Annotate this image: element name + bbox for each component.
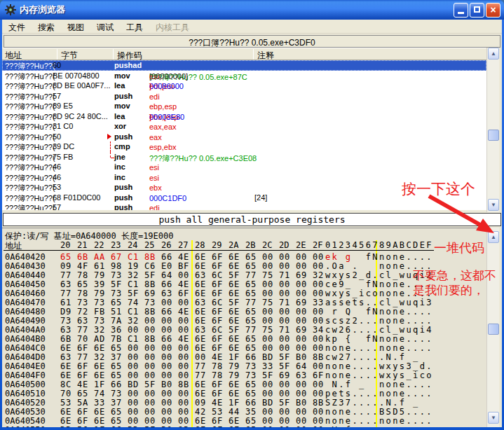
hex-col-label: 29 bbox=[212, 240, 222, 250]
hex-row[interactable]: 0A6405406E 6F 6E 65 00 00 00 006E 6F 6E … bbox=[2, 416, 486, 425]
row-opcode: xor bbox=[114, 122, 126, 130]
menu-item-4[interactable]: 调试 bbox=[90, 20, 120, 34]
menu-item-1[interactable]: 文件 bbox=[2, 20, 32, 34]
scroll-down-icon[interactable]: ▼ bbox=[488, 412, 499, 424]
minimize-button[interactable] bbox=[454, 3, 468, 18]
row-opcode: lea bbox=[114, 81, 125, 90]
hex-scrollbar[interactable]: ▲ ▼ bbox=[486, 228, 499, 427]
disasm-row[interactable]: ???簿??Hu??(57pushedi bbox=[2, 202, 486, 210]
hex-row[interactable]: 0A6404A063 77 32 36 00 00 00 0063 6C 5F … bbox=[2, 325, 486, 334]
disasm-row[interactable]: ???簿??Hu??(8D BE 00A0F7...leaedi,[esi-00… bbox=[2, 81, 486, 91]
hex-dump-pane[interactable]: 保护:读/写 基址=0A640000 长度=19E000 地址202122232… bbox=[2, 228, 486, 427]
hex-row[interactable]: 0A6405306E 6F 6E 65 00 00 00 0042 53 44 … bbox=[2, 407, 486, 416]
hex-row[interactable]: 0A6404B06B 70 AD 7B C1 8B 66 4E6E 6F 6E … bbox=[2, 334, 486, 343]
hex-bytes-high: 63 6C 5F 77 75 71 69 32 bbox=[195, 270, 324, 280]
hex-row-address: 0A640530 bbox=[5, 407, 46, 417]
hex-ascii: none....BSD5.... bbox=[325, 407, 433, 417]
hex-bytes-high: 6E 6F 6E 65 00 00 00 00 bbox=[195, 261, 324, 271]
column-separator[interactable] bbox=[57, 49, 57, 60]
disasm-row[interactable]: ???簿??Hu??(46incesi bbox=[2, 162, 486, 172]
hex-ascii: none....wxys_ico bbox=[325, 370, 433, 380]
scroll-down-icon[interactable]: ▼ bbox=[488, 199, 499, 211]
hex-row-address: 0A640500 bbox=[5, 380, 46, 389]
hex-row[interactable]: 0A640480D9 72 FB 51 C1 8B 66 4E6E 6F 6E … bbox=[2, 307, 486, 316]
hex-ascii: cw26....cl_wuqi4 bbox=[325, 325, 433, 335]
menu-item-5[interactable]: 工具 bbox=[120, 20, 149, 34]
hex-row[interactable]: 0A64051070 65 74 73 00 00 00 006E 6F 6E … bbox=[2, 389, 486, 398]
row-opcode: cmp bbox=[114, 142, 130, 151]
hex-ascii: V.f _ none.... bbox=[325, 425, 433, 427]
hex-bytes-low: 77 78 79 73 32 5F 64 00 bbox=[60, 270, 189, 280]
annotation-dont-rush-1: 不要急，这都不 bbox=[413, 268, 496, 284]
disasm-scroll-thumb[interactable] bbox=[488, 130, 499, 141]
hex-row[interactable]: 0A6404E06E 6F 6E 65 00 00 00 0077 78 79 … bbox=[2, 361, 486, 370]
title-bar[interactable]: 内存浏览器 × bbox=[0, 0, 504, 20]
jump-target-arrow-icon bbox=[107, 134, 111, 139]
hex-bytes-high: 09 4E 1F 66 BD 5F B0 8B bbox=[195, 398, 324, 408]
hex-col-label: 2D bbox=[279, 240, 289, 250]
hex-bytes-high: 77 78 79 73 33 5F 64 00 bbox=[195, 361, 324, 371]
row-comment: [24] bbox=[254, 193, 267, 202]
hex-row[interactable]: 0A6404F06E 6F 6E 65 00 00 00 0077 78 79 … bbox=[2, 370, 486, 380]
maximize-button[interactable] bbox=[470, 3, 484, 18]
hex-row-address: 0A6404F0 bbox=[5, 370, 46, 380]
column-separator[interactable] bbox=[113, 49, 114, 60]
hex-row-address: 0A640420 bbox=[5, 252, 46, 262]
hex-row-address: 0A6404A0 bbox=[5, 325, 46, 335]
hex-row[interactable]: 0A64042065 6B AA 67 C1 8B 66 4E6E 6F 6E … bbox=[2, 252, 486, 261]
hex-bytes-low: D9 72 FB 51 C1 8B 66 4E bbox=[60, 307, 189, 317]
hex-row-address: 0A6404B0 bbox=[5, 334, 46, 344]
disasm-row[interactable]: ???簿??Hu??(75 FBjne???簿??Hu?? 0.05.exe+C… bbox=[2, 152, 486, 162]
hex-scroll-thumb[interactable] bbox=[488, 324, 499, 335]
row-bytes: 75 FB bbox=[53, 153, 73, 161]
hex-col-label: 2B bbox=[245, 240, 255, 250]
close-button[interactable]: × bbox=[486, 3, 500, 18]
hex-row[interactable]: 0A6404D063 77 32 37 00 00 00 0000 4E 1F … bbox=[2, 352, 486, 361]
hex-bytes-high: 77 78 79 73 5F 69 63 6F bbox=[195, 370, 324, 380]
disasm-row[interactable]: ???簿??Hu??(BE 00704800movesi,???簿??Hu?? … bbox=[2, 71, 486, 81]
row-opcode: push bbox=[114, 132, 132, 141]
hex-col-label: 28 bbox=[195, 240, 205, 250]
hex-row-address: 0A640490 bbox=[5, 316, 46, 326]
window-content: 文件搜索视图调试工具内核工具 ???口簿??Hu?? 0.05.exe+C3DF… bbox=[2, 20, 502, 427]
hex-row-address: 0A640440 bbox=[5, 270, 46, 280]
hex-row-address: 0A6404D0 bbox=[5, 352, 46, 362]
hex-bytes-low: 6E 6F 6E 65 00 00 00 00 bbox=[60, 361, 189, 371]
disasm-row[interactable]: ???簿??Hu??(89 E5movebp,esp bbox=[2, 101, 486, 111]
header-underline bbox=[4, 250, 434, 251]
hex-bytes-high: 6E 6F 6E 65 00 00 00 00 bbox=[195, 307, 324, 317]
row-opcode: push bbox=[114, 92, 132, 100]
hex-row-address: 0A640430 bbox=[5, 261, 46, 271]
menu-item-2[interactable]: 搜索 bbox=[32, 20, 61, 34]
column-separator[interactable] bbox=[253, 49, 254, 60]
scroll-up-icon[interactable]: ▲ bbox=[488, 231, 499, 243]
hex-bytes-high: 6E 6F 6E 65 00 00 00 00 bbox=[195, 252, 324, 262]
row-bytes: 31 C0 bbox=[53, 122, 73, 130]
hex-row[interactable]: 0A64049073 63 73 7A 32 00 00 006E 6F 6E … bbox=[2, 316, 486, 325]
hex-bytes-low: 63 65 39 5F C1 8B 66 4E bbox=[60, 279, 189, 289]
annotation-click-this: 按一下这个 bbox=[402, 179, 475, 199]
disasm-scrollbar[interactable]: ▲ ▼ bbox=[486, 48, 499, 212]
row-opcode: mov bbox=[114, 102, 130, 110]
menu-item-3[interactable]: 视图 bbox=[61, 20, 90, 34]
hex-row[interactable]: 0A64052053 5A 33 37 00 00 00 0009 4E 1F … bbox=[2, 398, 486, 407]
hex-row[interactable]: 0A6404C06E 6F 6E 65 00 00 00 006E 6F 6E … bbox=[2, 343, 486, 352]
hex-col-label: 20 bbox=[60, 240, 70, 250]
disasm-row[interactable]: ???簿??Hu??(60pushad bbox=[2, 60, 486, 71]
hex-ascii: cw27.....N.f _ bbox=[325, 352, 433, 362]
scroll-up-icon[interactable]: ▲ bbox=[488, 48, 499, 60]
disasm-row[interactable]: ???簿??Hu??(39 DCcmpesp,ebx bbox=[2, 141, 486, 152]
disasm-row[interactable]: ???簿??Hu??(31 C0xoreax,eax bbox=[2, 121, 486, 132]
hex-ascii: assets..cl_wuqi3 bbox=[325, 298, 433, 307]
disasm-row[interactable]: ???簿??Hu??(57pushedi bbox=[2, 91, 486, 102]
disasm-row[interactable]: ???簿??Hu??(8D 9C 24 80C...leaebx,[esp-00… bbox=[2, 111, 486, 122]
hex-row[interactable]: 0A64047061 73 73 65 74 73 00 0063 6C 5F … bbox=[2, 298, 486, 307]
disasm-row[interactable]: ???簿??Hu??(50pusheax bbox=[2, 132, 486, 142]
row-bytes: 60 bbox=[53, 61, 61, 69]
hex-ascii: none....wxys3_d. bbox=[325, 361, 433, 371]
hex-bytes-high: 6E 6F 6E 65 00 00 00 00 bbox=[195, 416, 324, 426]
hex-row-address: 0A640450 bbox=[5, 279, 46, 289]
hex-bytes-low: 63 77 32 37 00 00 00 00 bbox=[60, 352, 189, 362]
hex-row[interactable]: 0A6405008C 4E 1F 66 BD 5F B0 8B6E 6F 6E … bbox=[2, 380, 486, 389]
hex-row[interactable]: 0A640550DB 56 1F 66 BD 5F B0 8B6E 6F 6E … bbox=[2, 425, 486, 427]
